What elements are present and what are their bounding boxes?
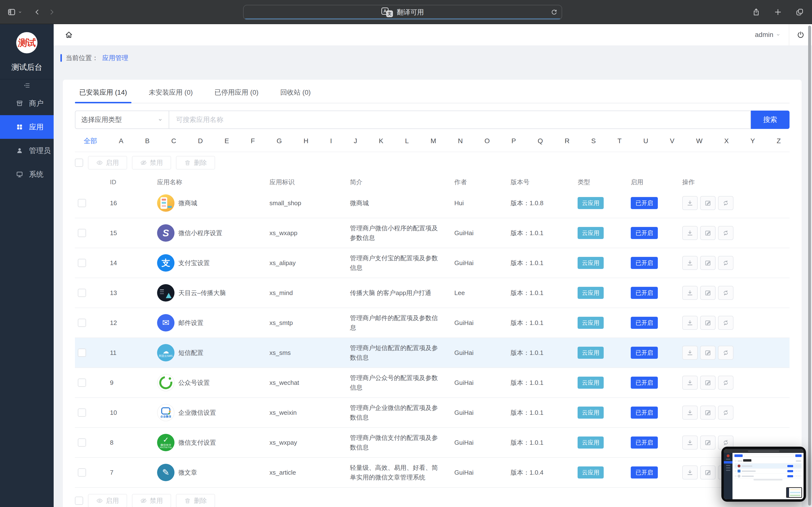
translate-icon[interactable]: A 文 <box>382 7 393 17</box>
sidebar-item-archive[interactable]: 商户 <box>0 92 54 115</box>
row-checkbox[interactable] <box>78 379 86 387</box>
alphabet-letter[interactable]: P <box>511 137 516 145</box>
tab[interactable]: 已安装应用 (14) <box>75 88 132 103</box>
download-button[interactable] <box>682 436 698 450</box>
sidebar-item-monitor[interactable]: 系统 <box>0 163 54 186</box>
alphabet-letter[interactable]: V <box>670 137 674 145</box>
alphabet-letter[interactable]: K <box>379 137 384 145</box>
select-all-checkbox[interactable] <box>75 159 83 167</box>
row-checkbox[interactable] <box>78 319 86 327</box>
back-icon[interactable] <box>33 8 41 16</box>
tab[interactable]: 回收站 (0) <box>276 88 315 103</box>
alphabet-letter[interactable]: A <box>119 137 123 145</box>
refresh-button[interactable] <box>718 286 733 300</box>
row-checkbox[interactable] <box>78 259 86 267</box>
alphabet-letter[interactable]: W <box>696 137 703 145</box>
alphabet-letter[interactable]: T <box>617 137 621 145</box>
status-badge[interactable]: 已开启 <box>631 466 658 478</box>
alphabet-letter[interactable]: D <box>198 137 203 145</box>
edit-button[interactable] <box>700 196 716 210</box>
enable-button[interactable]: 启用 <box>88 494 127 507</box>
row-checkbox[interactable] <box>78 349 86 357</box>
tab-overview-icon[interactable] <box>796 8 804 16</box>
address-bar[interactable]: A 文 翻译可用 <box>243 5 562 20</box>
alphabet-letter[interactable]: E <box>224 137 229 145</box>
edit-button[interactable] <box>700 256 716 270</box>
alphabet-letter[interactable]: Y <box>750 137 755 145</box>
edit-button[interactable] <box>700 406 716 419</box>
edit-button[interactable] <box>700 436 716 450</box>
refresh-button[interactable] <box>718 406 733 419</box>
search-button[interactable]: 搜索 <box>751 111 790 129</box>
row-checkbox[interactable] <box>78 408 86 417</box>
download-button[interactable] <box>682 465 698 480</box>
alphabet-letter[interactable]: C <box>171 137 176 145</box>
row-checkbox[interactable] <box>78 199 86 207</box>
tab[interactable]: 已停用应用 (0) <box>210 88 263 103</box>
search-input[interactable] <box>169 111 751 129</box>
status-badge[interactable]: 已开启 <box>631 406 658 418</box>
alphabet-letter[interactable]: F <box>251 137 255 145</box>
alphabet-letter[interactable]: U <box>643 137 648 145</box>
download-button[interactable] <box>682 316 698 330</box>
alphabet-letter[interactable]: M <box>430 137 436 145</box>
download-button[interactable] <box>682 256 698 270</box>
disable-button[interactable]: 禁用 <box>132 494 171 507</box>
alphabet-letter[interactable]: Q <box>538 137 543 145</box>
refresh-button[interactable] <box>718 256 733 270</box>
status-badge[interactable]: 已开启 <box>631 287 658 299</box>
refresh-button[interactable] <box>718 346 733 360</box>
sidebar-toggle-icon[interactable] <box>7 8 22 16</box>
forward-icon[interactable] <box>48 8 56 16</box>
row-checkbox[interactable] <box>78 289 86 297</box>
alphabet-letter[interactable]: G <box>276 137 282 145</box>
sidebar-item-user[interactable]: 管理员 <box>0 139 54 163</box>
alphabet-letter[interactable]: H <box>304 137 308 145</box>
edit-button[interactable] <box>700 376 716 390</box>
status-badge[interactable]: 已开启 <box>631 347 658 359</box>
download-button[interactable] <box>682 226 698 240</box>
refresh-button[interactable] <box>718 196 733 210</box>
alphabet-letter[interactable]: O <box>485 137 490 145</box>
alphabet-letter[interactable]: B <box>145 137 150 145</box>
screenshot-preview[interactable] <box>721 447 806 502</box>
refresh-button[interactable] <box>718 226 733 240</box>
download-button[interactable] <box>682 406 698 419</box>
alphabet-letter[interactable]: X <box>724 137 729 145</box>
user-menu[interactable]: admin <box>755 24 780 45</box>
edit-button[interactable] <box>700 226 716 240</box>
edit-button[interactable] <box>700 346 716 360</box>
app-type-select[interactable]: 选择应用类型 <box>75 111 169 129</box>
status-badge[interactable]: 已开启 <box>631 377 658 389</box>
alphabet-letter[interactable]: N <box>458 137 463 145</box>
edit-button[interactable] <box>700 465 716 480</box>
new-tab-icon[interactable] <box>774 8 782 16</box>
select-all-checkbox[interactable] <box>75 497 83 505</box>
alphabet-letter[interactable]: J <box>354 137 357 145</box>
status-badge[interactable]: 已开启 <box>631 437 658 449</box>
refresh-button[interactable] <box>718 316 733 330</box>
breadcrumb-link[interactable]: 应用管理 <box>102 54 128 62</box>
logo[interactable]: 测试 <box>16 32 38 53</box>
home-icon[interactable] <box>65 31 73 39</box>
disable-button[interactable]: 禁用 <box>132 156 171 169</box>
share-icon[interactable] <box>752 8 760 16</box>
sidebar-item-grid[interactable]: 应用 <box>0 115 54 139</box>
alphabet-letter[interactable]: I <box>330 137 332 145</box>
alphabet-letter[interactable]: S <box>591 137 596 145</box>
download-button[interactable] <box>682 286 698 300</box>
download-button[interactable] <box>682 196 698 210</box>
delete-button[interactable]: 删除 <box>176 494 215 507</box>
alphabet-letter[interactable]: R <box>564 137 569 145</box>
download-button[interactable] <box>682 346 698 360</box>
download-button[interactable] <box>682 376 698 390</box>
status-badge[interactable]: 已开启 <box>631 227 658 239</box>
alphabet-all[interactable]: 全部 <box>84 136 97 146</box>
alphabet-letter[interactable]: Z <box>777 137 781 145</box>
edit-button[interactable] <box>700 286 716 300</box>
tab[interactable]: 未安装应用 (0) <box>145 88 197 103</box>
scrollbar[interactable] <box>808 25 811 506</box>
status-badge[interactable]: 已开启 <box>631 197 658 209</box>
row-checkbox[interactable] <box>78 229 86 237</box>
edit-button[interactable] <box>700 316 716 330</box>
